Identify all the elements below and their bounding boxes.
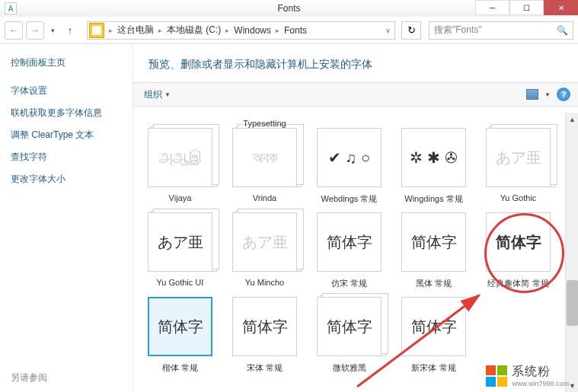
font-label: 微软雅黑 [333,362,366,374]
maximize-button[interactable]: ☐ [509,0,544,15]
chevron-down-icon: ▼ [164,91,171,98]
font-item[interactable]: অবকVrinda [228,128,301,205]
font-preview[interactable]: 简体字 [232,297,297,356]
font-item[interactable]: 简体字宋体 常规 [228,297,301,374]
content-toolbar: 组织 ▼ ▼ ? [133,82,578,107]
breadcrumb-item[interactable]: Fonts [283,25,308,36]
sidebar-see-also: 另请参阅 [11,371,47,384]
breadcrumb-sep-icon: ▸ [222,27,232,34]
font-preview[interactable]: அஆஇ [148,128,212,187]
font-label: 仿宋 常规 [331,278,367,289]
up-button[interactable]: ↑ [61,21,79,40]
font-label: Typesetting [243,119,286,128]
font-grid: TypesettingஅஆஇVijayaঅবকVrinda✔ ♫ ○Webdin… [133,107,578,392]
font-label: Vijaya [169,193,192,202]
font-label: 新宋体 常规 [411,362,455,374]
watermark-url: www.win7999.com [512,380,569,387]
organize-button[interactable]: 组织 ▼ [141,87,174,103]
font-preview[interactable]: 简体字 [317,212,382,272]
font-item[interactable]: 简体字楷体 常规 [144,297,216,374]
main-content: 控制面板主页 字体设置 联机获取更多字体信息 调整 ClearType 文本 查… [0,44,578,392]
breadcrumb-dropdown[interactable]: v [381,27,394,34]
watermark: 系统粉 www.win7999.com [486,364,569,387]
watermark-text: 系统粉 [512,364,569,380]
breadcrumb-sep-icon: ▸ [273,27,283,34]
font-item[interactable]: 简体字微软雅黑 [313,297,385,374]
search-placeholder: 搜索"Fonts" [434,24,482,37]
sidebar-link-font-size[interactable]: 更改字体大小 [11,173,122,186]
font-label: 黑体 常规 [416,278,452,289]
font-preview[interactable]: あア亜 [148,212,212,272]
refresh-button[interactable]: ↻ [401,21,421,40]
font-preview[interactable]: 简体字 [401,212,466,272]
search-icon: 🔍 [557,25,568,36]
chevron-down-icon[interactable]: ▼ [544,91,551,98]
font-item[interactable]: 简体字新宋体 常规 [398,297,470,374]
font-preview[interactable]: あア亜 [232,212,297,272]
font-item[interactable]: 简体字仿宋 常规 [313,212,385,289]
font-preview[interactable]: ✲ ✱ ✇ [401,128,466,187]
history-dropdown[interactable]: ▾ [47,21,58,40]
sidebar-home-link[interactable]: 控制面板主页 [11,56,122,69]
nav-toolbar: ← → ▾ ↑ ▸ 这台电脑 ▸ 本地磁盘 (C:) ▸ Windows ▸ F… [0,17,578,44]
font-preview[interactable]: 简体字 [317,297,382,356]
breadcrumb-sep-icon: ▸ [106,27,116,34]
watermark-logo-icon [486,365,507,387]
font-item[interactable]: 简体字黑体 常规 [398,212,470,289]
back-button[interactable]: ← [5,21,23,40]
sidebar-link-find-char[interactable]: 查找字符 [11,151,122,164]
font-preview[interactable]: ✔ ♫ ○ [317,128,382,187]
view-options-button[interactable] [526,89,538,100]
font-item[interactable]: あア亜Yu Gothic [482,128,554,205]
organize-label: 组织 [144,88,162,101]
page-title: 预览、删除或者显示和隐藏计算机上安装的字体 [133,44,578,82]
font-label: 宋体 常规 [247,362,283,374]
window-title: Fonts [277,3,300,14]
scroll-up-icon[interactable]: ▲ [566,113,578,126]
breadcrumb-sep-icon: ▸ [155,27,165,34]
close-button[interactable]: ✕ [544,0,578,15]
scrollbar[interactable]: ▲ ▼ [565,113,578,392]
search-input[interactable]: 搜索"Fonts" 🔍 [429,21,573,40]
font-preview[interactable]: 简体字 [148,297,212,356]
sidebar-link-online-fonts[interactable]: 联机获取更多字体信息 [11,107,122,120]
minimize-button[interactable]: ─ [475,0,509,15]
breadcrumb[interactable]: ▸ 这台电脑 ▸ 本地磁盘 (C:) ▸ Windows ▸ Fonts v [87,21,395,40]
font-label: Vrinda [253,193,276,202]
font-preview[interactable]: あア亜 [486,128,551,187]
sidebar-link-font-settings[interactable]: 字体设置 [11,84,122,97]
breadcrumb-item[interactable]: 这台电脑 [116,24,155,37]
font-label: Webdings 常规 [321,193,378,205]
font-item[interactable]: 简体字经典趣体简 常规 [482,212,554,289]
help-button[interactable]: ? [557,88,570,101]
titlebar-buttons: ─ ☐ ✕ [475,0,578,15]
forward-button[interactable]: → [26,21,44,40]
font-label: Wingdings 常规 [404,193,462,205]
font-item[interactable]: அஆஇVijaya [144,128,216,205]
font-label: 经典趣体简 常规 [487,278,548,289]
font-preview[interactable]: 简体字 [486,212,551,272]
font-preview[interactable]: অবক [232,128,297,187]
font-item[interactable]: Typesetting [228,113,301,128]
font-item[interactable]: あア亜Yu Gothic UI [144,212,216,289]
font-label: Yu Gothic [500,193,537,202]
sidebar: 控制面板主页 字体设置 联机获取更多字体信息 调整 ClearType 文本 查… [0,44,133,392]
font-label: Yu Gothic UI [157,278,204,287]
titlebar: A Fonts ─ ☐ ✕ [0,0,578,17]
sidebar-link-cleartype[interactable]: 调整 ClearType 文本 [11,129,122,142]
content-pane: 预览、删除或者显示和隐藏计算机上安装的字体 组织 ▼ ▼ ? Typesetti… [133,44,578,392]
font-label: Yu Mincho [245,278,284,287]
window-icon: A [5,2,17,14]
font-item[interactable]: ✲ ✱ ✇Wingdings 常规 [398,128,470,205]
folder-icon [89,23,104,38]
font-item[interactable]: あア亜Yu Mincho [228,212,301,289]
breadcrumb-item[interactable]: Windows [232,25,273,36]
breadcrumb-item[interactable]: 本地磁盘 (C:) [165,24,222,37]
font-item[interactable]: ✔ ♫ ○Webdings 常规 [313,128,385,205]
font-preview[interactable]: 简体字 [401,297,466,356]
font-label: 楷体 常规 [162,362,198,374]
scrollbar-thumb[interactable] [567,280,578,326]
